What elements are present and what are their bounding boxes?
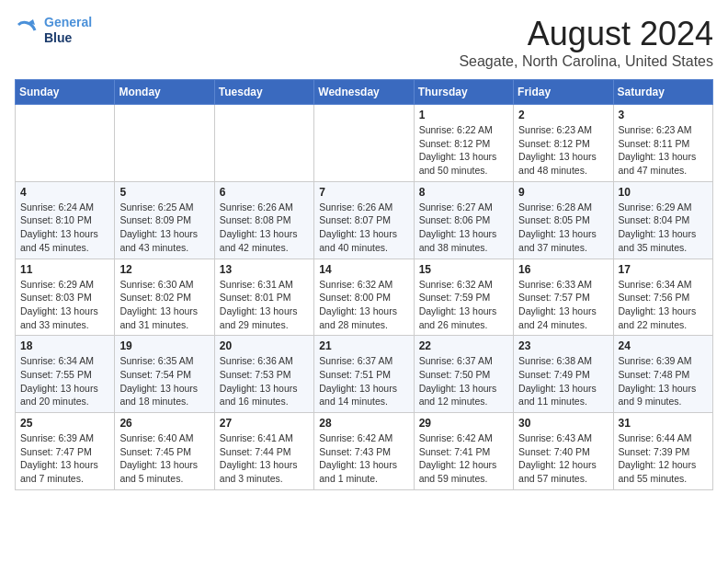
day-info: Sunrise: 6:36 AM Sunset: 7:53 PM Dayligh…	[220, 354, 309, 408]
day-number: 30	[518, 417, 608, 430]
calendar-cell: 23Sunrise: 6:38 AM Sunset: 7:49 PM Dayli…	[514, 336, 613, 413]
calendar-cell: 6Sunrise: 6:26 AM Sunset: 8:08 PM Daylig…	[214, 181, 313, 259]
column-header-saturday: Saturday	[613, 80, 712, 105]
calendar-cell: 14Sunrise: 6:32 AM Sunset: 8:00 PM Dayli…	[314, 259, 414, 336]
day-number: 13	[220, 263, 309, 276]
calendar-cell: 19Sunrise: 6:35 AM Sunset: 7:54 PM Dayli…	[115, 336, 214, 413]
calendar-cell: 27Sunrise: 6:41 AM Sunset: 7:44 PM Dayli…	[214, 413, 313, 490]
subtitle: Seagate, North Carolina, United States	[459, 53, 713, 70]
calendar-cell: 31Sunrise: 6:44 AM Sunset: 7:39 PM Dayli…	[613, 413, 712, 490]
day-info: Sunrise: 6:26 AM Sunset: 8:08 PM Dayligh…	[220, 201, 309, 255]
day-number: 17	[619, 263, 708, 276]
day-info: Sunrise: 6:29 AM Sunset: 8:03 PM Dayligh…	[20, 278, 109, 332]
day-number: 29	[419, 417, 508, 430]
day-number: 10	[619, 186, 708, 199]
column-header-sunday: Sunday	[16, 80, 115, 105]
day-info: Sunrise: 6:32 AM Sunset: 8:00 PM Dayligh…	[319, 278, 408, 332]
calendar-cell: 17Sunrise: 6:34 AM Sunset: 7:56 PM Dayli…	[613, 259, 712, 336]
calendar-cell: 8Sunrise: 6:27 AM Sunset: 8:06 PM Daylig…	[414, 181, 513, 259]
calendar-week-2: 4Sunrise: 6:24 AM Sunset: 8:10 PM Daylig…	[16, 181, 713, 259]
calendar-cell: 29Sunrise: 6:42 AM Sunset: 7:41 PM Dayli…	[414, 413, 513, 490]
day-number: 12	[119, 263, 209, 276]
day-info: Sunrise: 6:34 AM Sunset: 7:56 PM Dayligh…	[619, 278, 708, 332]
day-number: 7	[319, 186, 408, 199]
day-info: Sunrise: 6:38 AM Sunset: 7:49 PM Dayligh…	[518, 354, 608, 408]
calendar-header: SundayMondayTuesdayWednesdayThursdayFrid…	[16, 80, 713, 105]
calendar-cell: 9Sunrise: 6:28 AM Sunset: 8:05 PM Daylig…	[514, 181, 613, 259]
day-info: Sunrise: 6:43 AM Sunset: 7:40 PM Dayligh…	[518, 431, 608, 486]
day-info: Sunrise: 6:39 AM Sunset: 7:48 PM Dayligh…	[619, 354, 708, 408]
day-number: 1	[419, 109, 508, 121]
day-info: Sunrise: 6:37 AM Sunset: 7:51 PM Dayligh…	[319, 354, 408, 408]
day-number: 22	[419, 339, 508, 352]
title-block: August 2024 Seagate, North Carolina, Uni…	[459, 15, 713, 70]
calendar-cell: 22Sunrise: 6:37 AM Sunset: 7:50 PM Dayli…	[414, 336, 513, 413]
calendar-cell: 4Sunrise: 6:24 AM Sunset: 8:10 PM Daylig…	[16, 181, 115, 259]
day-number: 14	[319, 263, 408, 276]
day-number: 31	[619, 417, 708, 430]
day-number: 8	[419, 186, 508, 199]
main-title: August 2024	[459, 15, 713, 53]
calendar-week-3: 11Sunrise: 6:29 AM Sunset: 8:03 PM Dayli…	[16, 259, 713, 336]
calendar-cell: 5Sunrise: 6:25 AM Sunset: 8:09 PM Daylig…	[115, 181, 214, 259]
day-number: 11	[20, 263, 109, 276]
day-info: Sunrise: 6:31 AM Sunset: 8:01 PM Dayligh…	[220, 278, 309, 332]
calendar-week-1: 1Sunrise: 6:22 AM Sunset: 8:12 PM Daylig…	[16, 105, 713, 182]
calendar-cell: 2Sunrise: 6:23 AM Sunset: 8:12 PM Daylig…	[514, 105, 613, 182]
day-info: Sunrise: 6:24 AM Sunset: 8:10 PM Dayligh…	[20, 201, 109, 255]
day-number: 19	[119, 339, 209, 352]
calendar-cell: 7Sunrise: 6:26 AM Sunset: 8:07 PM Daylig…	[314, 181, 414, 259]
day-info: Sunrise: 6:40 AM Sunset: 7:45 PM Dayligh…	[119, 431, 209, 486]
day-number: 20	[220, 339, 309, 352]
day-number: 24	[619, 339, 708, 352]
day-number: 23	[518, 339, 608, 352]
calendar-cell	[115, 105, 214, 182]
day-number: 18	[20, 339, 109, 352]
calendar-cell: 11Sunrise: 6:29 AM Sunset: 8:03 PM Dayli…	[16, 259, 115, 336]
calendar-cell: 1Sunrise: 6:22 AM Sunset: 8:12 PM Daylig…	[414, 105, 513, 182]
column-header-wednesday: Wednesday	[314, 80, 414, 105]
day-number: 3	[619, 109, 708, 121]
day-info: Sunrise: 6:37 AM Sunset: 7:50 PM Dayligh…	[419, 354, 508, 408]
day-info: Sunrise: 6:35 AM Sunset: 7:54 PM Dayligh…	[119, 354, 209, 408]
day-info: Sunrise: 6:42 AM Sunset: 7:41 PM Dayligh…	[419, 431, 508, 486]
calendar-cell: 28Sunrise: 6:42 AM Sunset: 7:43 PM Dayli…	[314, 413, 414, 490]
calendar-cell: 20Sunrise: 6:36 AM Sunset: 7:53 PM Dayli…	[214, 336, 313, 413]
column-header-friday: Friday	[514, 80, 613, 105]
day-number: 21	[319, 339, 408, 352]
calendar-cell: 10Sunrise: 6:29 AM Sunset: 8:04 PM Dayli…	[613, 181, 712, 259]
calendar-cell: 25Sunrise: 6:39 AM Sunset: 7:47 PM Dayli…	[16, 413, 115, 490]
calendar-cell	[314, 105, 414, 182]
day-number: 28	[319, 417, 408, 430]
day-number: 5	[119, 186, 209, 199]
day-info: Sunrise: 6:30 AM Sunset: 8:02 PM Dayligh…	[119, 278, 209, 332]
day-info: Sunrise: 6:25 AM Sunset: 8:09 PM Dayligh…	[119, 201, 209, 255]
calendar-cell: 18Sunrise: 6:34 AM Sunset: 7:55 PM Dayli…	[16, 336, 115, 413]
column-header-tuesday: Tuesday	[214, 80, 313, 105]
calendar-cell	[214, 105, 313, 182]
day-info: Sunrise: 6:44 AM Sunset: 7:39 PM Dayligh…	[619, 431, 708, 486]
day-number: 25	[20, 417, 109, 430]
column-header-thursday: Thursday	[414, 80, 513, 105]
day-info: Sunrise: 6:23 AM Sunset: 8:11 PM Dayligh…	[619, 123, 708, 178]
calendar-cell: 12Sunrise: 6:30 AM Sunset: 8:02 PM Dayli…	[115, 259, 214, 336]
calendar-cell: 24Sunrise: 6:39 AM Sunset: 7:48 PM Dayli…	[613, 336, 712, 413]
day-info: Sunrise: 6:29 AM Sunset: 8:04 PM Dayligh…	[619, 201, 708, 255]
day-info: Sunrise: 6:41 AM Sunset: 7:44 PM Dayligh…	[220, 431, 309, 486]
calendar-cell: 30Sunrise: 6:43 AM Sunset: 7:40 PM Dayli…	[514, 413, 613, 490]
day-info: Sunrise: 6:27 AM Sunset: 8:06 PM Dayligh…	[419, 201, 508, 255]
day-number: 26	[119, 417, 209, 430]
calendar-cell: 13Sunrise: 6:31 AM Sunset: 8:01 PM Dayli…	[214, 259, 313, 336]
calendar-week-5: 25Sunrise: 6:39 AM Sunset: 7:47 PM Dayli…	[16, 413, 713, 490]
day-info: Sunrise: 6:32 AM Sunset: 7:59 PM Dayligh…	[419, 278, 508, 332]
calendar-cell: 21Sunrise: 6:37 AM Sunset: 7:51 PM Dayli…	[314, 336, 414, 413]
day-info: Sunrise: 6:28 AM Sunset: 8:05 PM Dayligh…	[518, 201, 608, 255]
day-info: Sunrise: 6:34 AM Sunset: 7:55 PM Dayligh…	[20, 354, 109, 408]
day-info: Sunrise: 6:26 AM Sunset: 8:07 PM Dayligh…	[319, 201, 408, 255]
logo: General Blue	[15, 15, 92, 46]
calendar-cell: 26Sunrise: 6:40 AM Sunset: 7:45 PM Dayli…	[115, 413, 214, 490]
calendar-cell: 3Sunrise: 6:23 AM Sunset: 8:11 PM Daylig…	[613, 105, 712, 182]
day-info: Sunrise: 6:22 AM Sunset: 8:12 PM Dayligh…	[419, 123, 508, 178]
day-number: 16	[518, 263, 608, 276]
day-number: 27	[220, 417, 309, 430]
